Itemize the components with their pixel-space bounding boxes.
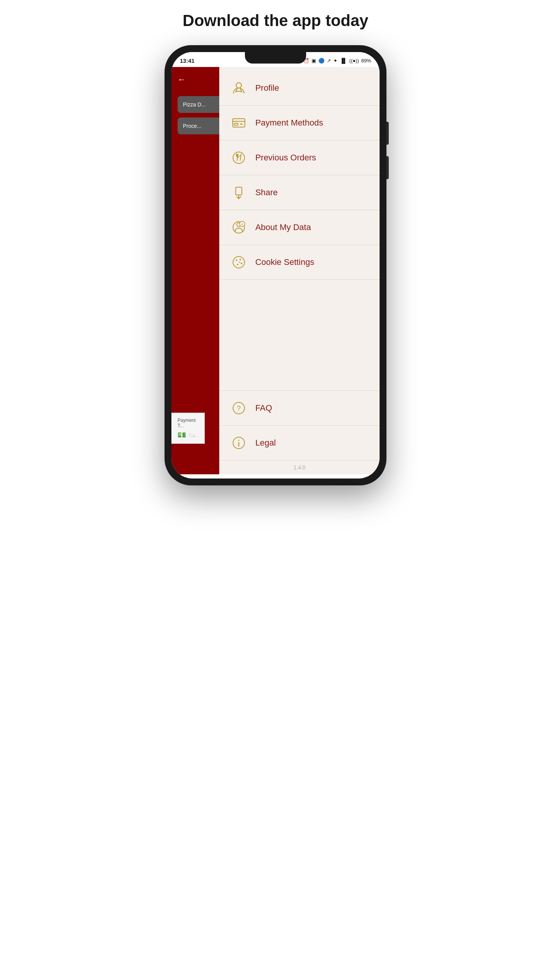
info-icon — [230, 434, 248, 452]
svg-text:+: + — [241, 222, 243, 226]
svg-rect-3 — [234, 123, 238, 125]
menu-item-share[interactable]: Share — [219, 175, 380, 210]
svg-point-5 — [233, 152, 245, 163]
sim-icon: ▣ — [311, 58, 316, 64]
location-icon: ↗ — [327, 58, 331, 64]
bg-payment-text: Payment T... — [178, 418, 199, 428]
card-icon — [230, 114, 248, 132]
vpn-icon: 🔵 — [318, 58, 324, 64]
svg-point-21 — [237, 264, 238, 265]
svg-point-19 — [240, 259, 241, 260]
status-icons: 🔕 ⏰ ▣ 🔵 ↗ ✦ ▐▌ ((●)) 89% — [295, 58, 371, 64]
signal-icon: ▐▌ — [340, 58, 347, 64]
menu-label-profile: Profile — [255, 83, 279, 93]
phone-notch — [245, 52, 306, 64]
svg-rect-11 — [236, 187, 242, 195]
menu-item-payment-methods[interactable]: Payment Methods — [219, 106, 380, 140]
fork-icon — [230, 149, 248, 167]
menu-item-previous-orders[interactable]: Previous Orders — [219, 140, 380, 175]
svg-point-26 — [238, 440, 240, 441]
status-time: 13:41 — [180, 57, 194, 64]
svg-rect-1 — [233, 119, 245, 127]
menu-label-faq: FAQ — [255, 403, 272, 413]
person-icon — [230, 79, 248, 97]
share-icon — [230, 184, 248, 201]
bg-payment-bar: Payment T... 💵 Ca... — [171, 413, 205, 444]
menu-label-about-my-data: About My Data — [255, 222, 311, 232]
phone-frame: 13:41 🔕 ⏰ ▣ 🔵 ↗ ✦ ▐▌ ((●)) 89% ← Pizza — [165, 45, 386, 485]
menu-label-cookie-settings: Cookie Settings — [255, 257, 314, 267]
menu-bottom: ? FAQ L — [219, 390, 380, 474]
svg-point-0 — [236, 83, 241, 88]
menu-item-cookie-settings[interactable]: Cookie Settings — [219, 245, 380, 280]
menu-label-legal: Legal — [255, 438, 276, 448]
data-icon: + — [230, 219, 248, 236]
question-icon: ? — [230, 399, 248, 417]
svg-text:?: ? — [237, 405, 241, 412]
bluetooth-icon: ✦ — [333, 58, 337, 64]
svg-point-20 — [241, 263, 242, 264]
page-heading: Download the app today — [183, 11, 368, 30]
cookie-icon — [230, 253, 248, 271]
menu-item-legal[interactable]: Legal — [219, 426, 380, 461]
svg-point-18 — [236, 260, 237, 261]
version-text: 1.4.0 — [219, 461, 380, 474]
svg-point-22 — [239, 262, 240, 263]
menu-item-faq[interactable]: ? FAQ — [219, 391, 380, 426]
menu-spacer — [219, 280, 380, 390]
menu-label-previous-orders: Previous Orders — [255, 153, 316, 163]
menu-item-profile[interactable]: Profile — [219, 71, 380, 106]
menu-items-list: Profile Payment Methods — [219, 67, 380, 280]
bg-payment-icon: 💵 Ca... — [178, 431, 199, 439]
menu-item-about-my-data[interactable]: + About My Data — [219, 210, 380, 245]
menu-label-payment-methods: Payment Methods — [255, 118, 323, 128]
screen-content: ← Pizza D... Proce... Payment T... 💵 Ca.… — [171, 67, 380, 474]
wifi-icon: ((●)) — [349, 58, 359, 64]
phone-screen: 13:41 🔕 ⏰ ▣ 🔵 ↗ ✦ ▐▌ ((●)) 89% ← Pizza — [171, 52, 380, 479]
battery-text: 89% — [361, 58, 371, 64]
drawer-menu: Profile Payment Methods — [219, 67, 380, 474]
svg-point-17 — [233, 256, 245, 268]
menu-label-share: Share — [255, 188, 278, 198]
